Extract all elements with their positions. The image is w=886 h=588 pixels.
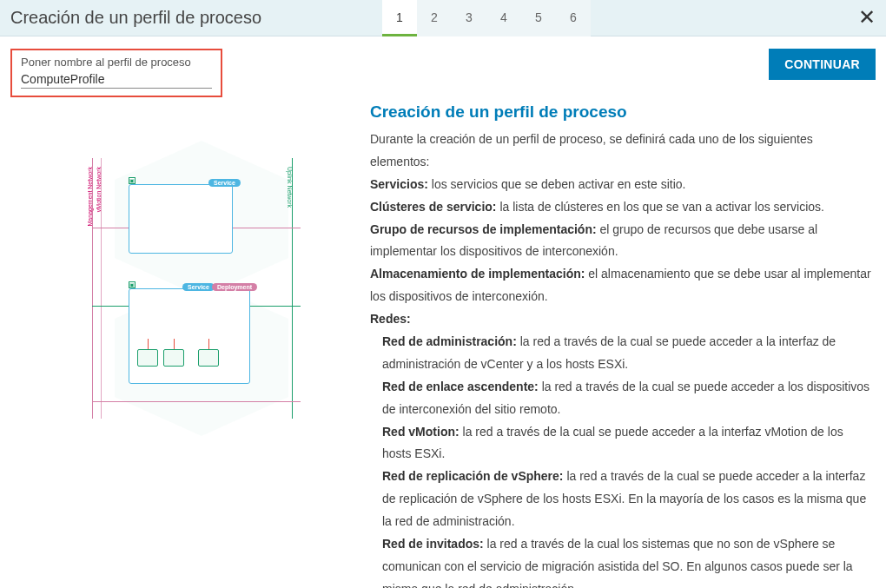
info-item-label: Red vMotion: xyxy=(382,425,460,439)
info-red-replicacion: Red de replicación de vSphere: la red a … xyxy=(370,466,876,533)
info-item-servicios: Servicios: los servicios que se deben ac… xyxy=(370,174,876,196)
info-item-clusteres: Clústeres de servicio: la lista de clúst… xyxy=(370,196,876,219)
info-item-label: Red de invitados: xyxy=(382,537,484,551)
info-red-admin: Red de administración: la red a través d… xyxy=(370,331,876,376)
info-item-label: Red de replicación de vSphere: xyxy=(382,469,564,483)
info-item-label: Clústeres de servicio: xyxy=(370,200,497,214)
step-4[interactable]: 4 xyxy=(486,0,521,36)
diagram-badge-service-1: Service xyxy=(208,179,241,187)
info-item-grupo: Grupo de recursos de implementación: el … xyxy=(370,219,876,264)
wizard-title: Creación de un perfil de proceso xyxy=(0,8,261,28)
info-title: Creación de un perfil de proceso xyxy=(370,102,876,122)
info-item-label: Red de enlace ascendente: xyxy=(382,380,539,393)
step-indicator: 1 2 3 4 5 6 xyxy=(382,0,591,36)
architecture-diagram: Management Network vMotion Network Uplin… xyxy=(80,149,306,445)
step-2[interactable]: 2 xyxy=(417,0,452,36)
device-icon xyxy=(163,349,184,367)
info-item-label: Almacenamiento de implementación: xyxy=(370,267,585,281)
device-icon xyxy=(198,349,219,367)
continue-button[interactable]: CONTINUAR xyxy=(769,49,876,80)
info-red-invitados: Red de invitados: la red a través de la … xyxy=(370,533,876,588)
device-icon xyxy=(137,349,158,367)
wizard-body: Poner nombre al perfil de proceso Manage… xyxy=(0,36,886,588)
info-item-label: Servicios: xyxy=(370,177,428,191)
info-item-text: la lista de clústeres en los que se van … xyxy=(497,200,824,214)
wizard-header: Creación de un perfil de proceso 1 2 3 4… xyxy=(0,0,886,36)
cluster-icon: ▣ xyxy=(129,281,136,288)
diagram-badge-deployment: Deployment xyxy=(212,283,257,291)
cluster-icon: ▣ xyxy=(129,177,136,184)
step-3[interactable]: 3 xyxy=(452,0,486,36)
info-redes-label: Redes: xyxy=(370,308,876,331)
profile-name-label: Poner nombre al perfil de proceso xyxy=(21,56,212,69)
profile-name-group: Poner nombre al perfil de proceso xyxy=(10,49,222,97)
info-red-vmotion: Red vMotion: la red a través de la cual … xyxy=(370,421,876,466)
close-icon[interactable]: ✕ xyxy=(858,7,876,28)
info-item-label: Redes: xyxy=(370,312,411,326)
step-6[interactable]: 6 xyxy=(556,0,591,36)
right-column: CONTINUAR Creación de un perfil de proce… xyxy=(358,49,876,588)
diagram-badge-service-2: Service xyxy=(182,283,215,291)
info-item-almacenamiento: Almacenamiento de implementación: el alm… xyxy=(370,263,876,308)
diagram-cluster-bottom xyxy=(129,288,250,384)
diagram-cluster-top xyxy=(129,184,233,254)
info-item-text: los servicios que se deben activar en es… xyxy=(428,177,686,191)
step-1[interactable]: 1 xyxy=(382,0,417,36)
info-item-label: Red de administración: xyxy=(382,334,517,348)
info-red-enlace: Red de enlace ascendente: la red a travé… xyxy=(370,376,876,421)
profile-name-input[interactable] xyxy=(21,70,212,89)
left-column: Poner nombre al perfil de proceso Manage… xyxy=(10,49,358,588)
info-intro: Durante la creación de un perfil de proc… xyxy=(370,129,876,174)
step-5[interactable]: 5 xyxy=(521,0,556,36)
info-item-label: Grupo de recursos de implementación: xyxy=(370,222,597,236)
